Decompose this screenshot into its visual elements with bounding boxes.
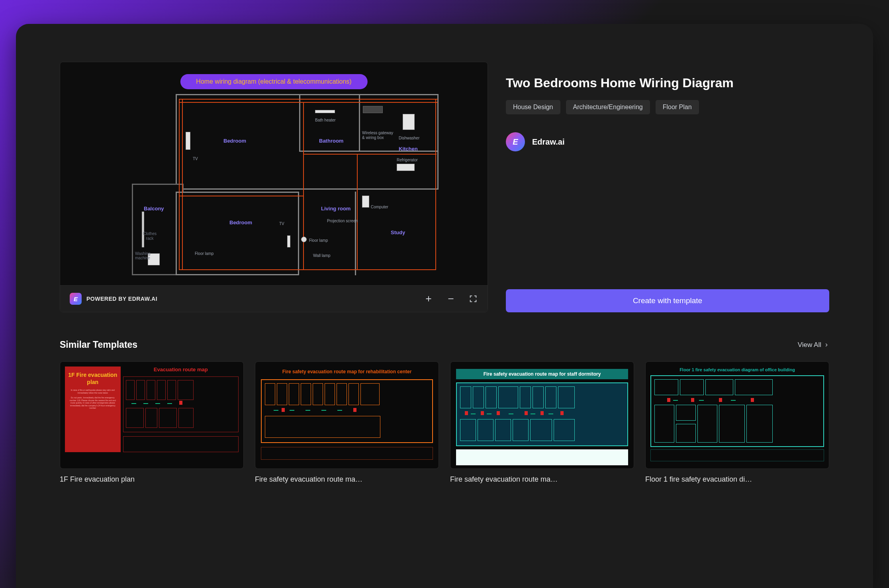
template-thumbnail: Floor 1 fire safety evacuation diagram o… bbox=[645, 361, 829, 469]
thumb-title: Fire safety evacuation route map for sta… bbox=[456, 369, 628, 379]
device-refrigerator bbox=[397, 164, 415, 171]
template-thumbnail: 1F Fire evacuation plan In case of fire … bbox=[60, 361, 244, 469]
wiring bbox=[179, 196, 303, 196]
tag-architecture-engineering[interactable]: Architecture/Engineering bbox=[566, 100, 650, 114]
device-label: Refrigerator bbox=[397, 158, 418, 162]
room-label-bedroom2: Bedroom bbox=[229, 220, 252, 225]
room-label-study: Study bbox=[391, 229, 405, 235]
fullscreen-icon bbox=[469, 294, 478, 303]
device-dishwasher bbox=[403, 114, 415, 130]
device-label: Projection screen bbox=[327, 219, 358, 223]
wiring bbox=[303, 154, 437, 155]
chevron-right-icon bbox=[824, 342, 829, 348]
wiring bbox=[179, 269, 435, 270]
fullscreen-button[interactable] bbox=[468, 294, 478, 304]
wiring bbox=[179, 99, 438, 100]
wiring bbox=[357, 154, 358, 269]
zoom-out-button[interactable] bbox=[446, 294, 456, 304]
device-label: TV bbox=[279, 221, 284, 226]
template-caption: Fire safety evacuation route ma… bbox=[255, 475, 439, 484]
device-label: Floor lamp bbox=[195, 251, 213, 256]
thumb-title: Floor 1 fire safety evacuation diagram o… bbox=[650, 367, 824, 372]
floor-plan: Bedroom Bathroom Kitchen Living room Stu… bbox=[132, 94, 468, 273]
room-outline bbox=[176, 192, 299, 275]
thumb-title: Fire safety evacuation route map for reh… bbox=[261, 369, 433, 374]
similar-header: Similar Templates View All bbox=[60, 339, 829, 350]
wiring bbox=[182, 99, 183, 270]
device-label: Wall lamp bbox=[313, 253, 331, 258]
author-row[interactable]: E Edraw.ai bbox=[506, 132, 829, 151]
device-label: Floor lamp bbox=[309, 238, 328, 243]
template-card[interactable]: 1F Fire evacuation plan In case of fire … bbox=[60, 361, 244, 484]
template-card[interactable]: Fire safety evacuation route map for sta… bbox=[450, 361, 634, 484]
zoom-in-button[interactable] bbox=[424, 294, 433, 304]
device-clothes-rack bbox=[142, 212, 144, 247]
room-label-living: Living room bbox=[321, 206, 351, 212]
wiring bbox=[179, 102, 438, 103]
template-caption: Fire safety evacuation route ma… bbox=[450, 475, 634, 484]
view-all-label: View All bbox=[798, 341, 821, 349]
preview-toolbar: E POWERED BY EDRAW.AI bbox=[60, 285, 488, 312]
template-grid: 1F Fire evacuation plan In case of fire … bbox=[60, 361, 829, 484]
device-label: Dishwasher bbox=[399, 136, 419, 140]
powered-by-label: POWERED BY EDRAW.AI bbox=[86, 296, 157, 302]
template-caption: Floor 1 fire safety evacuation di… bbox=[645, 475, 829, 484]
tag-floor-plan[interactable]: Floor Plan bbox=[656, 100, 699, 114]
room-label-kitchen: Kitchen bbox=[399, 146, 418, 152]
diagram-viewport[interactable]: Home wiring diagram (electrical & teleco… bbox=[60, 62, 488, 285]
similar-heading: Similar Templates bbox=[60, 339, 137, 350]
template-title: Two Bedrooms Home Wiring Diagram bbox=[506, 76, 829, 90]
device-bath-heater bbox=[315, 110, 335, 113]
device-label: Washing machine bbox=[135, 251, 153, 260]
app-window: Home wiring diagram (electrical & teleco… bbox=[16, 24, 873, 588]
template-thumbnail: Fire safety evacuation route map for sta… bbox=[450, 361, 634, 469]
preview-panel: Home wiring diagram (electrical & teleco… bbox=[60, 62, 488, 312]
viewer-controls bbox=[424, 294, 478, 304]
author-name: Edraw.ai bbox=[532, 137, 565, 147]
room-label-bedroom: Bedroom bbox=[223, 138, 246, 144]
device-label: TV bbox=[193, 157, 198, 161]
view-all-link[interactable]: View All bbox=[798, 341, 829, 349]
wiring bbox=[303, 102, 304, 269]
device-floor-lamp bbox=[301, 237, 307, 242]
template-caption: 1F Fire evacuation plan bbox=[60, 475, 244, 484]
device-label: Wireless gateway & wiring box bbox=[362, 131, 394, 140]
similar-templates-section: Similar Templates View All 1F Fire evacu… bbox=[60, 339, 829, 484]
plus-icon bbox=[424, 294, 433, 303]
info-panel: Two Bedrooms Home Wiring Diagram House D… bbox=[506, 62, 829, 312]
device-tv bbox=[186, 132, 190, 150]
tag-house-design[interactable]: House Design bbox=[506, 100, 560, 114]
device-tv2 bbox=[287, 235, 290, 247]
template-card[interactable]: Floor 1 fire safety evacuation diagram o… bbox=[645, 361, 829, 484]
device-gateway bbox=[363, 106, 383, 113]
thumb-title: 1F Fire evacuation plan bbox=[68, 371, 117, 386]
create-with-template-button[interactable]: Create with template bbox=[506, 289, 829, 312]
minus-icon bbox=[446, 294, 455, 303]
device-computer bbox=[362, 196, 369, 208]
room-label-balcony: Balcony bbox=[144, 206, 164, 212]
device-label: Computer bbox=[371, 205, 388, 209]
wiring bbox=[179, 99, 180, 270]
template-thumbnail: Fire safety evacuation route map for reh… bbox=[255, 361, 439, 469]
wiring bbox=[435, 99, 436, 270]
wall bbox=[355, 192, 356, 275]
main-content: Home wiring diagram (electrical & teleco… bbox=[60, 62, 829, 312]
brand-icon: E bbox=[70, 293, 82, 305]
powered-by: E POWERED BY EDRAW.AI bbox=[70, 293, 157, 305]
room-label-bathroom: Bathroom bbox=[319, 138, 343, 144]
room-outline bbox=[176, 94, 439, 190]
avatar: E bbox=[506, 132, 525, 151]
diagram-title: Home wiring diagram (electrical & teleco… bbox=[180, 74, 367, 89]
device-label: Bath heater bbox=[315, 118, 336, 122]
thumb-subtitle: Evacuation route map bbox=[123, 367, 239, 372]
device-label: Clothes rack bbox=[140, 231, 160, 241]
spacer bbox=[506, 151, 829, 289]
template-card[interactable]: Fire safety evacuation route map for reh… bbox=[255, 361, 439, 484]
tag-list: House Design Architecture/Engineering Fl… bbox=[506, 100, 829, 114]
